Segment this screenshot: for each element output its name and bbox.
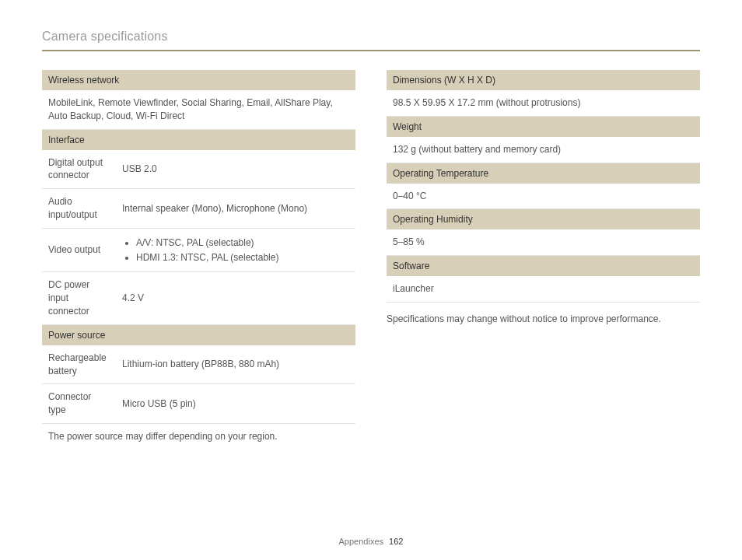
section-header: Wireless network xyxy=(42,70,355,90)
spec-value: A/V: NTSC, PAL (selectable) HDMI 1.3: NT… xyxy=(116,228,355,272)
section-header: Operating Humidity xyxy=(387,209,700,230)
spec-value: iLauncher xyxy=(387,276,700,302)
spec-table-left: Wireless network MobileLink, Remote View… xyxy=(42,70,355,450)
spec-value: Micro USB (5 pin) xyxy=(116,384,355,424)
section-header: Power source xyxy=(42,324,355,345)
spec-value: 4.2 V xyxy=(116,272,355,324)
spec-label: Connector type xyxy=(42,384,116,424)
right-column: Dimensions (W X H X D) 98.5 X 59.95 X 17… xyxy=(387,70,700,450)
spec-label: Rechargeable battery xyxy=(42,345,116,384)
spec-value: USB 2.0 xyxy=(116,150,355,189)
spec-value: 0–40 °C xyxy=(387,184,700,209)
spec-value: Internal speaker (Mono), Microphone (Mon… xyxy=(116,189,355,229)
title-rule xyxy=(42,50,700,51)
section-header: Operating Temperature xyxy=(387,163,700,184)
section-header: Interface xyxy=(42,129,355,150)
page-title: Camera specifications xyxy=(42,30,700,44)
footnote: Specifications may change without notice… xyxy=(387,313,700,324)
spec-label: DC power input connector xyxy=(42,272,116,324)
section-header: Dimensions (W X H X D) xyxy=(387,70,700,90)
footer-section: Appendixes xyxy=(339,537,384,546)
spec-value: 5–85 % xyxy=(387,229,700,255)
section-header: Software xyxy=(387,256,700,277)
list-item: A/V: NTSC, PAL (selectable) xyxy=(136,236,349,250)
spec-label: Video output xyxy=(42,228,116,272)
spec-label: Digital output connector xyxy=(42,150,116,189)
section-header: Weight xyxy=(387,116,700,137)
list-item: HDMI 1.3: NTSC, PAL (selectable) xyxy=(136,251,349,264)
spec-table-right: Dimensions (W X H X D) 98.5 X 59.95 X 17… xyxy=(387,70,700,303)
page-footer: Appendixes 162 xyxy=(0,537,742,546)
section-note: The power source may differ depending on… xyxy=(42,423,355,449)
spec-value: 132 g (without battery and memory card) xyxy=(387,137,700,163)
footer-page-number: 162 xyxy=(389,537,403,546)
spec-value: MobileLink, Remote Viewfinder, Social Sh… xyxy=(42,90,355,129)
left-column: Wireless network MobileLink, Remote View… xyxy=(42,70,355,450)
spec-value: Lithium-ion battery (BP88B, 880 mAh) xyxy=(116,345,355,384)
spec-value: 98.5 X 59.95 X 17.2 mm (without protrusi… xyxy=(387,90,700,116)
spec-label: Audio input/output xyxy=(42,189,116,229)
